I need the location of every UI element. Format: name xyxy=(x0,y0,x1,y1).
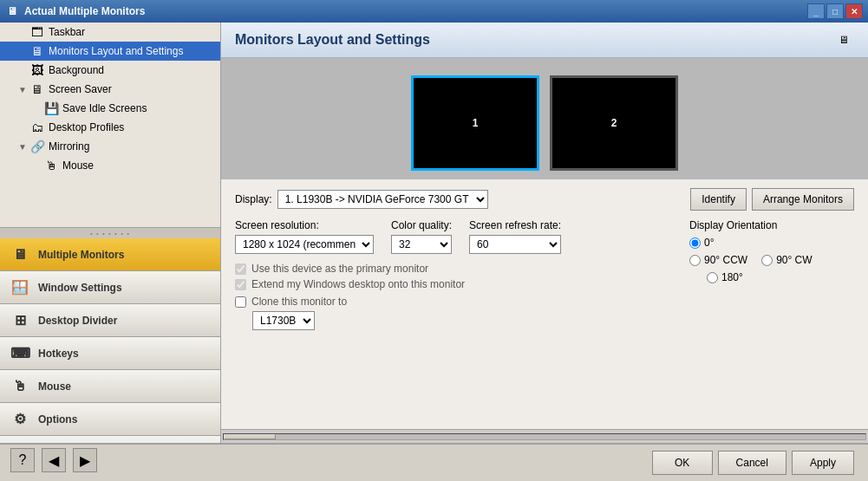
orient-radio-0[interactable] xyxy=(689,237,701,249)
content-title: Monitors Layout and Settings xyxy=(235,32,430,48)
orient-0: 0° xyxy=(689,237,854,249)
sidebar-divider[interactable]: • • • • • • • xyxy=(0,228,220,238)
desktop-icon: 🗂 xyxy=(29,120,45,135)
refresh-rate-col: Screen refresh rate: 60 xyxy=(469,219,561,254)
sidebar-label-mirroring: Mirroring xyxy=(49,140,89,153)
apply-button[interactable]: Apply xyxy=(792,451,854,475)
screen-res-select[interactable]: 1280 x 1024 (recommended) xyxy=(235,235,374,254)
sidebar-label-saveidle: Save Idle Screens xyxy=(62,102,147,114)
help-icon-btn[interactable]: ? xyxy=(10,448,35,472)
scrollbar-area[interactable] xyxy=(221,429,868,443)
sidebar-item-background[interactable]: 🖼 Background xyxy=(0,61,220,80)
bottom-icons-area: ? ◀ ▶ xyxy=(10,448,97,472)
nav-icon-divider: ⊞ xyxy=(10,311,29,330)
orient-radio-cw[interactable] xyxy=(761,255,773,266)
orient-title: Display Orientation xyxy=(689,219,854,231)
nav-btn-mouse[interactable]: 🖱 Mouse xyxy=(0,370,220,403)
monitor-2[interactable]: 2 xyxy=(550,75,678,171)
settings-area: Display: 1. L1930B -> NVIDIA GeForce 730… xyxy=(221,179,868,429)
expand-placeholder4 xyxy=(31,103,42,114)
monitor-1[interactable]: 1 xyxy=(411,75,539,171)
clone-row: Clone this monitor to xyxy=(235,296,681,308)
sidebar-label-taskbar: Taskbar xyxy=(49,26,85,38)
arrange-monitors-button[interactable]: Arrange Monitors xyxy=(752,188,854,211)
back-icon-btn[interactable]: ◀ xyxy=(42,448,66,472)
nav-btn-hotkeys[interactable]: ⌨ Hotkeys xyxy=(0,337,220,370)
sidebar-label-mouse: Mouse xyxy=(62,159,94,172)
sidebar-item-saveidle[interactable]: 💾 Save Idle Screens xyxy=(0,99,220,118)
background-icon: 🖼 xyxy=(29,62,45,78)
primary-checkbox[interactable] xyxy=(235,263,246,275)
minimize-button[interactable]: _ xyxy=(807,3,825,19)
monitor-2-label: 2 xyxy=(611,117,617,129)
identify-button[interactable]: Identify xyxy=(690,188,747,211)
display-label: Display: xyxy=(235,193,272,205)
orient-label-cw: 90° CW xyxy=(776,254,812,266)
primary-label: Use this device as the primary monitor xyxy=(251,263,428,275)
sidebar-item-screensaver[interactable]: ▼ 🖥 Screen Saver xyxy=(0,80,220,99)
divider-dots: • • • • • • • xyxy=(90,230,130,237)
nav-icon-options: ⚙ xyxy=(10,410,29,429)
refresh-rate-select[interactable]: 60 xyxy=(469,235,561,254)
sidebar-item-taskbar[interactable]: 🗔 Taskbar xyxy=(0,23,220,42)
expand-placeholder6 xyxy=(31,160,42,171)
nav-btn-multiple-monitors[interactable]: 🖥 Multiple Monitors xyxy=(0,238,220,271)
saveidle-icon: 💾 xyxy=(43,101,59,116)
nav-buttons: 🖥 Multiple Monitors 🪟 Window Settings ⊞ … xyxy=(0,238,220,443)
sidebar-label-background: Background xyxy=(49,64,104,76)
cancel-button[interactable]: Cancel xyxy=(718,451,786,475)
orient-90ccw: 90° CCW xyxy=(689,254,747,266)
color-quality-label: Color quality: xyxy=(391,219,452,231)
orient-label-0: 0° xyxy=(704,237,714,249)
checkbox-extend: Extend my Windows desktop onto this moni… xyxy=(235,278,681,290)
screen-res-label: Screen resolution: xyxy=(235,219,374,231)
expand-ss: ▼ xyxy=(17,84,28,94)
orient-radio-ccw[interactable] xyxy=(689,255,701,266)
sidebar-label-screensaver: Screen Saver xyxy=(49,83,112,95)
orient-label-180: 180° xyxy=(721,271,743,283)
tree-section: 🗔 Taskbar 🖥 Monitors Layout and Settings… xyxy=(0,23,220,228)
orientation-section: Display Orientation 0° 90° CCW 90° CW xyxy=(681,219,854,330)
sidebar-item-desktopprofiles[interactable]: 🗂 Desktop Profiles xyxy=(0,118,220,137)
main-content: Monitors Layout and Settings 🖥 1 2 Displ… xyxy=(221,23,868,443)
nav-icon-monitors: 🖥 xyxy=(10,245,29,264)
sidebar: 🗔 Taskbar 🖥 Monitors Layout and Settings… xyxy=(0,23,221,443)
sidebar-item-mirroring[interactable]: ▼ 🔗 Mirroring xyxy=(0,137,220,156)
monitor-preview: 1 2 xyxy=(221,58,868,179)
title-bar-icon: 🖥 xyxy=(5,4,19,18)
content-header: Monitors Layout and Settings 🖥 xyxy=(221,23,868,58)
extend-checkbox[interactable] xyxy=(235,279,246,290)
nav-icon-mouse: 🖱 xyxy=(10,377,29,396)
title-bar: 🖥 Actual Multiple Monitors _ □ ✕ xyxy=(0,0,868,23)
maximize-button[interactable]: □ xyxy=(826,3,844,19)
nav-label-options: Options xyxy=(38,413,77,426)
sidebar-item-monitors[interactable]: 🖥 Monitors Layout and Settings xyxy=(0,42,220,61)
checkbox-primary: Use this device as the primary monitor xyxy=(235,263,681,275)
orient-90cw: 90° CW xyxy=(761,254,812,266)
nav-btn-tools[interactable]: 🔧 Tools xyxy=(0,436,220,443)
clone-select[interactable]: L1730B xyxy=(252,311,315,330)
clone-checkbox[interactable] xyxy=(235,296,246,308)
display-select[interactable]: 1. L1930B -> NVIDIA GeForce 7300 GT xyxy=(277,190,488,209)
ok-button[interactable]: OK xyxy=(652,451,713,475)
sidebar-label-monitors: Monitors Layout and Settings xyxy=(49,45,183,57)
monitor-1-label: 1 xyxy=(473,117,479,129)
sidebar-item-mouse[interactable]: 🖱 Mouse xyxy=(0,156,220,175)
close-button[interactable]: ✕ xyxy=(845,3,863,19)
nav-label-monitors: Multiple Monitors xyxy=(38,249,124,261)
screensaver-icon: 🖥 xyxy=(29,81,45,97)
nav-label-hotkeys: Hotkeys xyxy=(38,348,79,360)
forward-icon-btn[interactable]: ▶ xyxy=(73,448,97,472)
nav-label-mouse: Mouse xyxy=(38,380,71,393)
nav-btn-window-settings[interactable]: 🪟 Window Settings xyxy=(0,271,220,304)
nav-btn-options[interactable]: ⚙ Options xyxy=(0,403,220,436)
screen-res-col: Screen resolution: 1280 x 1024 (recommen… xyxy=(235,219,374,254)
orient-radio-180[interactable] xyxy=(707,272,718,283)
bottom-bar: ? ◀ ▶ OK Cancel Apply xyxy=(0,443,868,481)
expand-placeholder2 xyxy=(17,46,28,56)
color-quality-col: Color quality: 32 xyxy=(391,219,452,254)
nav-label-window: Window Settings xyxy=(38,282,122,294)
color-quality-select[interactable]: 32 xyxy=(391,235,452,254)
expand-mirror: ▼ xyxy=(17,141,28,152)
nav-btn-desktop-divider[interactable]: ⊞ Desktop Divider xyxy=(0,304,220,337)
